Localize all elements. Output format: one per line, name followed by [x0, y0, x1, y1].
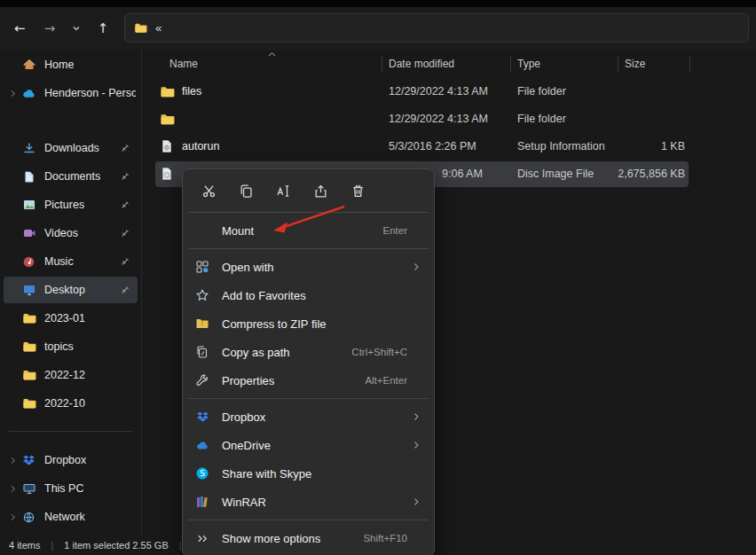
address-bar[interactable]: « [124, 13, 749, 43]
sidebar-item-label: 2022-10 [44, 397, 85, 410]
setup-information-icon [160, 139, 174, 153]
column-divider[interactable] [618, 57, 618, 72]
trash-icon [350, 184, 366, 199]
file-size: 1 KB [618, 140, 685, 152]
file-date: 5/3/2016 2:26 PM [389, 140, 476, 152]
sidebar-item-music[interactable]: Music [4, 248, 138, 275]
breadcrumb-collapsed[interactable]: « [155, 21, 161, 35]
cut-button[interactable] [193, 177, 224, 204]
folder-icon [21, 311, 36, 326]
forward-button[interactable]: → [35, 14, 64, 43]
sidebar-item-label: Home [44, 59, 74, 71]
sort-ascending-icon [267, 51, 277, 58]
column-header-date-modified[interactable]: Date modified [389, 58, 454, 70]
chevron-right-icon[interactable] [5, 86, 20, 100]
column-divider[interactable] [689, 57, 690, 72]
column-header-type[interactable]: Type [517, 58, 540, 70]
menu-item-label: Open with [222, 261, 274, 274]
sidebar-spacer [0, 106, 141, 133]
context-menu-item-winrar[interactable]: WinRAR [186, 488, 430, 516]
sidebar-item-2022-12[interactable]: 2022-12 [4, 362, 138, 388]
menu-item-label: Show more options [222, 532, 320, 545]
copy-button[interactable] [231, 177, 261, 204]
context-menu-item-properties[interactable]: Properties Alt+Enter [186, 366, 430, 395]
sidebar-item-desktop[interactable]: Desktop [4, 277, 138, 303]
delete-button[interactable] [343, 177, 373, 204]
file-row[interactable]: files 12/29/2022 4:13 AM File folder [143, 78, 756, 106]
onedrive-cloud-icon [195, 438, 209, 452]
sidebar-item-label: topics [44, 340, 74, 353]
sidebar-item-home[interactable]: Home [4, 51, 138, 78]
menu-item-shortcut: Alt+Enter [365, 375, 407, 386]
copy-as-path-icon [195, 345, 209, 359]
menu-item-label: WinRAR [222, 496, 266, 509]
this-pc-icon [21, 481, 36, 496]
context-menu-item-compress-zip[interactable]: Compress to ZIP file [186, 309, 430, 338]
context-menu-item-show-more-options[interactable]: Show more options Shift+F10 [186, 524, 430, 552]
sidebar-item-pictures[interactable]: Pictures [4, 192, 138, 218]
file-row[interactable]: 12/29/2022 4:13 AM File folder [143, 106, 756, 133]
share-button[interactable] [305, 177, 335, 204]
winrar-icon [195, 495, 209, 509]
sidebar-item-label: Network [44, 511, 85, 523]
sidebar-item-videos[interactable]: Videos [4, 220, 138, 246]
sidebar-item-network[interactable]: Network [4, 504, 138, 530]
sidebar-item-2022-10[interactable]: 2022-10 [4, 390, 138, 417]
sidebar-item-2023-01[interactable]: 2023-01 [4, 305, 138, 332]
context-menu-item-add-to-favorites[interactable]: Add to Favorites [186, 281, 430, 309]
properties-icon [195, 373, 209, 387]
up-button[interactable]: ↑ [89, 14, 117, 43]
sidebar-item-label: Downloads [44, 142, 99, 154]
column-headers: Name Date modified Type Size [143, 50, 756, 78]
menu-item-label: Dropbox [222, 410, 265, 424]
sidebar-item-label: Dropbox [44, 454, 86, 466]
context-menu-item-copy-as-path[interactable]: Copy as path Ctrl+Shift+C [186, 338, 430, 366]
rename-button[interactable] [268, 177, 298, 204]
videos-icon [21, 226, 36, 241]
scissors-icon [201, 184, 217, 199]
sidebar-item-downloads[interactable]: Downloads [4, 135, 138, 161]
pin-icon [119, 256, 131, 268]
context-menu-item-onedrive[interactable]: OneDrive [186, 431, 430, 459]
file-name: files [182, 85, 201, 98]
chevron-right-icon[interactable] [5, 510, 20, 524]
column-divider[interactable] [510, 57, 511, 72]
file-size: 2,675,856 KB [618, 168, 685, 180]
onedrive-cloud-icon [21, 86, 36, 101]
chevron-down-icon [71, 23, 82, 34]
menu-separator [188, 212, 429, 213]
sidebar-item-this-pc[interactable]: This PC [4, 475, 138, 502]
column-divider[interactable] [382, 57, 382, 72]
menu-item-shortcut: Enter [383, 225, 408, 236]
file-row[interactable]: autorun 5/3/2016 2:26 PM Setup Informati… [143, 133, 756, 160]
sidebar-item-topics[interactable]: topics [4, 333, 138, 360]
menu-separator [188, 520, 429, 520]
copy-icon [239, 184, 254, 199]
menu-item-shortcut: Ctrl+Shift+C [351, 347, 407, 357]
pictures-icon [21, 198, 36, 213]
chevron-right-icon[interactable] [5, 453, 20, 467]
sidebar-item-label: 2023-01 [44, 312, 85, 324]
context-menu-item-dropbox[interactable]: Dropbox [186, 403, 430, 431]
chevron-right-icon[interactable] [5, 481, 20, 496]
context-menu: Mount Enter Open with Add to Favorites C… [182, 168, 435, 555]
sidebar-item-documents[interactable]: Documents [4, 163, 138, 190]
pin-icon [119, 228, 131, 239]
file-type: Setup Information [517, 140, 605, 152]
status-divider: | [51, 540, 53, 551]
column-header-name[interactable]: Name [169, 58, 198, 70]
share-icon [313, 184, 328, 199]
sidebar-item-dropbox[interactable]: Dropbox [4, 447, 138, 473]
back-button[interactable]: ← [5, 14, 34, 43]
documents-icon [21, 169, 36, 184]
column-header-size[interactable]: Size [625, 58, 645, 70]
context-menu-item-mount[interactable]: Mount Enter [186, 216, 430, 245]
context-menu-item-share-with-skype[interactable]: S Share with Skype [186, 459, 430, 488]
recent-locations-button[interactable] [66, 14, 87, 43]
file-name: autorun [182, 140, 219, 152]
context-menu-item-open-with[interactable]: Open with [186, 253, 430, 281]
pin-icon [119, 143, 131, 154]
sidebar-item-onedrive-personal[interactable]: Henderson - Person [4, 80, 138, 106]
folder-icon [21, 340, 36, 355]
star-icon [195, 288, 209, 302]
